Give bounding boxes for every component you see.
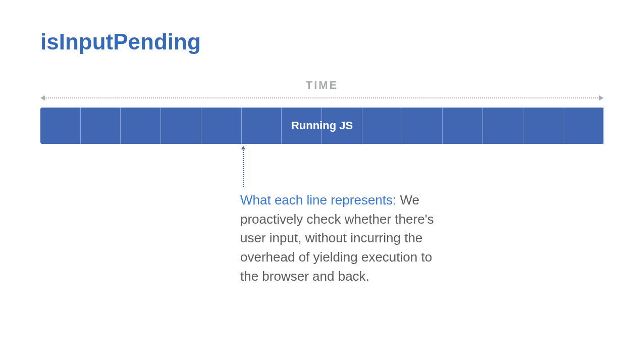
bar-segment — [161, 108, 201, 144]
bar-segment — [362, 108, 403, 144]
bar-segment — [40, 108, 81, 144]
bar-segment — [242, 108, 282, 144]
arrow-up-icon — [241, 146, 245, 149]
bar-segment — [81, 108, 121, 144]
bar-segment — [282, 108, 322, 144]
bar-segment — [322, 108, 362, 144]
callout-pointer — [243, 146, 244, 187]
bar-segment — [402, 108, 443, 144]
running-js-bar: Running JS — [40, 108, 604, 144]
bar-segment — [201, 108, 242, 144]
bar-segment — [121, 108, 161, 144]
bar-segment — [483, 108, 523, 144]
bar-segment — [443, 108, 483, 144]
time-axis — [40, 95, 604, 100]
bar-segment — [563, 108, 604, 144]
callout-text: What each line represents: We proactivel… — [240, 191, 452, 286]
axis-dots — [44, 97, 600, 98]
slide: isInputPending TIME Running JS What each… — [0, 0, 644, 362]
bar-segment — [523, 108, 564, 144]
page-title: isInputPending — [40, 29, 201, 55]
arrow-right-icon — [599, 95, 604, 100]
time-axis-label: TIME — [0, 79, 644, 92]
callout-lead: What each line represents: — [240, 192, 396, 208]
